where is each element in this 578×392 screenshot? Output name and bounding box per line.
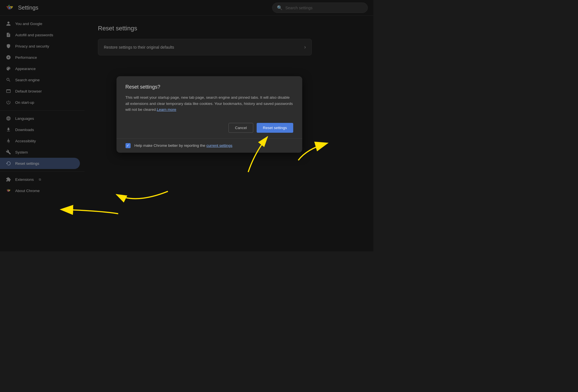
current-settings-link[interactable]: current settings xyxy=(206,143,232,148)
modal-overlay: Reset settings? This will reset your sta… xyxy=(0,0,373,251)
modal-footer: ✓ Help make Chrome better by reporting t… xyxy=(117,138,302,153)
modal-body-text: This will reset your startup page, new t… xyxy=(126,94,293,113)
reset-settings-modal: Reset settings? This will reset your sta… xyxy=(117,76,302,153)
footer-text: Help make Chrome better by reporting the… xyxy=(135,143,232,148)
reset-settings-button[interactable]: Reset settings xyxy=(257,123,293,133)
modal-actions: Cancel Reset settings xyxy=(117,118,302,138)
learn-more-link[interactable]: Learn more xyxy=(157,107,176,112)
modal-body: Reset settings? This will reset your sta… xyxy=(117,76,302,118)
cancel-button[interactable]: Cancel xyxy=(228,123,253,133)
modal-title: Reset settings? xyxy=(126,84,293,90)
help-chrome-checkbox[interactable]: ✓ xyxy=(126,143,131,148)
